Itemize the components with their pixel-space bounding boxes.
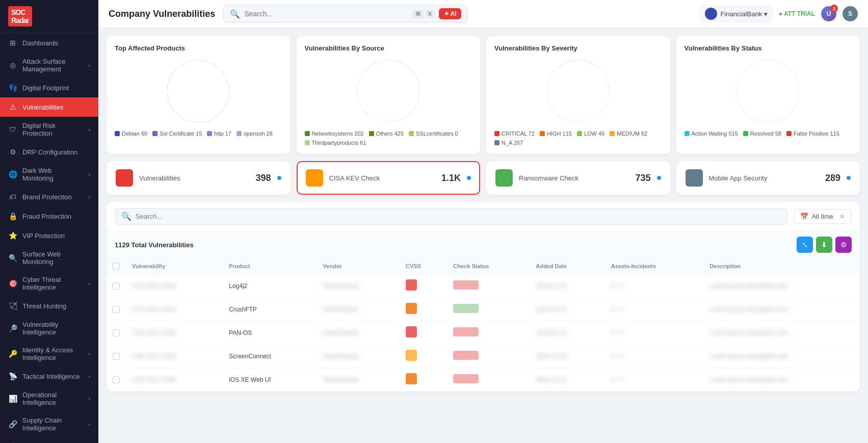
legend-dot bbox=[305, 140, 310, 145]
vendor-cell: VendorName bbox=[317, 321, 400, 345]
sidebar-item-dashboards[interactable]: ⊞ Dashboards bbox=[0, 33, 98, 53]
page-title: Company Vulnerabilities bbox=[109, 9, 215, 19]
sidebar-item-tactical-intel[interactable]: 📡 Tactical Intelligence › bbox=[0, 367, 98, 386]
legend-dot bbox=[369, 131, 374, 136]
download-button[interactable]: ⬇ bbox=[816, 237, 832, 253]
user-menu[interactable]: S bbox=[843, 6, 858, 21]
row-checkbox[interactable] bbox=[113, 376, 120, 383]
col-check-status: Check Status bbox=[447, 258, 530, 274]
row-checkbox[interactable] bbox=[113, 353, 120, 360]
row-checkbox[interactable] bbox=[113, 329, 120, 336]
stat-card-cisa-kev[interactable]: CISA KEV Check 1.1K bbox=[297, 161, 481, 195]
sidebar-item-operational-intel[interactable]: 📊 Operational Intelligence › bbox=[0, 386, 98, 411]
status-badge: ● ATT TRIAL bbox=[779, 10, 815, 17]
stat-vulnerabilities-value: 398 bbox=[255, 173, 271, 184]
cve-link[interactable]: CVE-2021-4428 bbox=[132, 353, 176, 360]
legend-label: LOW 45 bbox=[584, 131, 604, 137]
stat-ransomware-label: Ransomware Check bbox=[519, 174, 629, 182]
avatar-wrapper: 3 U bbox=[821, 6, 836, 21]
filter-button[interactable]: ⤡ bbox=[797, 237, 813, 253]
cve-link[interactable]: CVE-2021-4428 bbox=[132, 329, 176, 336]
table-search-input[interactable] bbox=[136, 213, 781, 220]
company-selector[interactable]: FinancialBank ▾ bbox=[700, 5, 772, 22]
assets-incidents-cell: X / Y bbox=[605, 345, 704, 368]
select-all-checkbox[interactable] bbox=[113, 263, 120, 270]
threat-hunting-icon: 🏹 bbox=[8, 301, 17, 310]
chart-by-severity-donut bbox=[494, 58, 662, 124]
added-date-cell: 2024-01-01 bbox=[530, 321, 605, 345]
sidebar-item-vulnerabilities[interactable]: ⚠ Vulnerabilities bbox=[0, 97, 98, 117]
row-checkbox[interactable] bbox=[113, 306, 120, 313]
cvss-cell bbox=[400, 345, 447, 368]
sidebar-item-identity-access[interactable]: 🔑 Identity & Access Intelligence › bbox=[0, 341, 98, 367]
charts-row: Top Affected Products Debian 60 bbox=[107, 36, 860, 154]
sidebar-item-dark-web[interactable]: 🌐 Dark Web Monitoring › bbox=[0, 162, 98, 187]
sidebar-item-attack-surface[interactable]: ◎ Attack Surface Management › bbox=[0, 53, 98, 78]
cve-link[interactable]: CVE-2021-4428 bbox=[132, 376, 176, 383]
vip-icon: ⭐ bbox=[8, 231, 17, 240]
stat-mobile-label: Mobile App Security bbox=[709, 174, 819, 182]
table-toolbar: 🔍 📅 All time ✕ bbox=[107, 202, 860, 231]
stat-vulnerabilities-icon bbox=[116, 169, 133, 187]
legend-item: SSLcertificates 0 bbox=[409, 131, 458, 137]
product-cell: CrushFTP bbox=[223, 298, 317, 321]
check-status-cell bbox=[447, 274, 530, 298]
chevron-icon: › bbox=[89, 172, 90, 177]
col-cvss: CVSS bbox=[400, 258, 447, 274]
legend-item: CRITICAL 72 bbox=[494, 131, 535, 137]
sidebar-item-vip-protection[interactable]: ⭐ VIP Protection bbox=[0, 226, 98, 245]
cvss-cell bbox=[400, 368, 447, 392]
settings-button[interactable]: ⚙ bbox=[835, 237, 852, 253]
stat-card-vulnerabilities[interactable]: Vulnerabilities 398 bbox=[107, 161, 291, 195]
digital-footprint-icon: 👣 bbox=[8, 83, 17, 92]
legend-label: Thirdpartyproducts 61 bbox=[312, 140, 366, 146]
legend-dot bbox=[494, 140, 499, 145]
sidebar-item-incidents[interactable]: 🚨 Incidents › bbox=[0, 437, 98, 443]
ai-button[interactable]: ✦ AI bbox=[439, 8, 462, 19]
product-cell: iOS XE Web UI bbox=[223, 368, 317, 392]
search-input[interactable] bbox=[244, 10, 409, 18]
vulnerabilities-icon: ⚠ bbox=[8, 102, 17, 112]
calendar-icon: 📅 bbox=[800, 213, 808, 220]
legend-label: CRITICAL 72 bbox=[502, 131, 535, 137]
chart-by-severity: Vulnerabilities By Severity CRITICAL bbox=[486, 36, 670, 154]
sidebar-item-digital-footprint[interactable]: 👣 Digital Footprint bbox=[0, 78, 98, 97]
col-product: Product bbox=[223, 258, 317, 274]
sidebar-item-supply-chain[interactable]: 🔗 Supply Chain Intelligence › bbox=[0, 411, 98, 437]
chart-top-products: Top Affected Products Debian 60 bbox=[107, 36, 291, 154]
svg-point-15 bbox=[553, 66, 603, 117]
assets-incidents-cell: X / Y bbox=[605, 368, 704, 392]
stat-ransomware-value: 735 bbox=[635, 173, 650, 184]
dashboards-icon: ⊞ bbox=[8, 38, 17, 47]
legend-label: HIGH 115 bbox=[547, 131, 572, 137]
stat-card-ransomware[interactable]: Ransomware Check 735 bbox=[486, 161, 670, 195]
stat-ransomware-icon bbox=[495, 169, 513, 187]
sidebar-item-label: Tactical Intelligence bbox=[22, 373, 80, 380]
chart-by-source: Vulnerabilities By Source Networksystems… bbox=[297, 36, 481, 154]
assets-incidents-cell: X / Y bbox=[605, 274, 704, 298]
chart-by-source-legend: Networksystems 202 Others 425 SSLcertifi… bbox=[305, 131, 472, 146]
legend-dot bbox=[786, 131, 792, 136]
legend-item: Others 425 bbox=[369, 131, 404, 137]
sidebar-item-vuln-intel[interactable]: 🔎 Vulnerability Intelligence bbox=[0, 316, 98, 341]
row-checkbox[interactable] bbox=[113, 282, 120, 290]
avatar[interactable]: 3 U bbox=[821, 6, 836, 21]
sidebar-item-cyber-threat[interactable]: 🎯 Cyber Threat Intelligence › bbox=[0, 271, 98, 296]
cve-link[interactable]: CVE-2021-4428 bbox=[132, 282, 176, 290]
sidebar-item-drp-config[interactable]: ⚙ DRP Configuration bbox=[0, 142, 98, 162]
legend-dot bbox=[305, 131, 310, 136]
date-filter[interactable]: 📅 All time ✕ bbox=[794, 209, 852, 224]
col-vulnerability: Vulnerability bbox=[126, 258, 223, 274]
cve-link[interactable]: CVE-2021-4428 bbox=[132, 306, 176, 313]
chart-top-products-title: Top Affected Products bbox=[115, 44, 282, 52]
sidebar-item-surface-web[interactable]: 🔍 Surface Web Monitoring bbox=[0, 245, 98, 271]
legend-dot bbox=[236, 131, 242, 136]
close-icon[interactable]: ✕ bbox=[839, 213, 845, 220]
stat-card-mobile-app[interactable]: Mobile App Security 289 bbox=[676, 161, 860, 195]
legend-label: SSLcertificates 0 bbox=[416, 131, 458, 137]
sidebar-item-fraud-protection[interactable]: 🔒 Fraud Protection bbox=[0, 206, 98, 226]
sidebar-item-threat-hunting[interactable]: 🏹 Threat Hunting bbox=[0, 296, 98, 316]
sidebar-item-digital-risk[interactable]: 🛡 Digital Risk Protection › bbox=[0, 117, 98, 142]
sidebar-item-brand-protection[interactable]: 🏷 Brand Protection › bbox=[0, 187, 98, 206]
sidebar-item-label: Surface Web Monitoring bbox=[22, 250, 90, 266]
